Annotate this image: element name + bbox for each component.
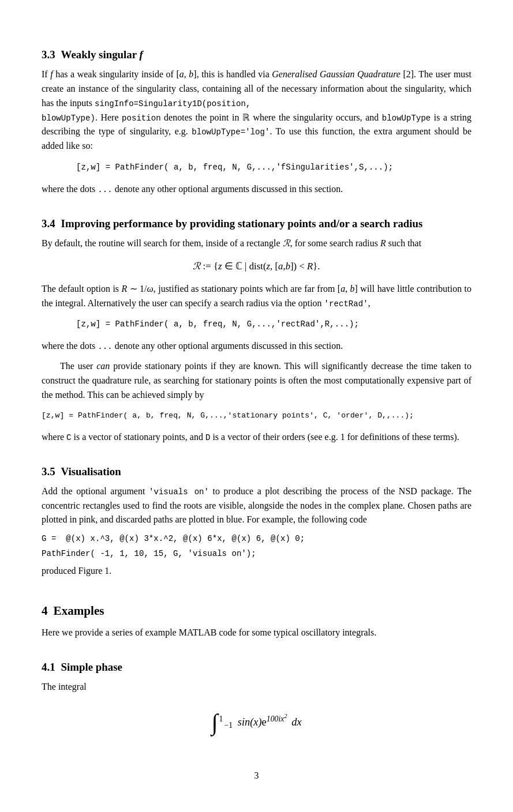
section-number-3-5: 3.5	[42, 465, 55, 478]
section-3-4-title: 3.4Improving performance by providing st…	[42, 215, 471, 232]
section-3-5-para1: Add the optional argument 'visuals on' t…	[42, 484, 471, 527]
section-title-text-4-1: Simple phase	[61, 661, 122, 673]
code-blowuptype-example: blowUpType='log'	[192, 127, 269, 137]
section-4-title: 4Examples	[42, 602, 471, 621]
section-number-3-4: 3.4	[42, 217, 55, 230]
section-title-text-4: Examples	[54, 604, 104, 618]
section-number-4-1: 4.1	[42, 661, 55, 673]
code-blowuptype: blowUpType)	[42, 114, 95, 123]
section-4-para1: Here we provide a series of example MATL…	[42, 626, 471, 640]
section-4-1-title: 4.1Simple phase	[42, 659, 471, 675]
fig-ref-1[interactable]: 1	[104, 566, 109, 576]
section-3-3: 3.3Weakly singular f If f has a weak sin…	[42, 46, 471, 197]
section-title-text-3-5: Visualisation	[61, 465, 121, 478]
section-title-text-3-4: Improving performance by providing stati…	[61, 217, 423, 230]
page-number: 3	[42, 769, 471, 783]
section-3-4-para4: The user can provide stationary points i…	[42, 359, 471, 402]
section-3-3-title: 3.3Weakly singular f	[42, 46, 471, 63]
section-3-4-para1: By default, the routine will search for …	[42, 236, 471, 251]
section-3-4: 3.4Improving performance by providing st…	[42, 215, 471, 445]
code-block-vis2: PathFinder( -1, 1, 10, 15, G, 'visuals o…	[42, 548, 471, 561]
integral-display: ∫1−1 sin(x)e100ix2 dx	[42, 705, 471, 741]
section-3-3-para1: If f has a weak singularity inside of [a…	[42, 67, 471, 153]
section-3-4-para3: where the dots ... denote any other opti…	[42, 339, 471, 354]
section-3-4-para5: where C is a vector of stationary points…	[42, 430, 471, 445]
section-number-3-3: 3.3	[42, 48, 55, 61]
section-4: 4Examples Here we provide a series of ex…	[42, 602, 471, 641]
ref-link-1[interactable]: 1	[340, 432, 345, 442]
section-3-4-para2: The default option is R ∼ 1/ω, justified…	[42, 282, 471, 311]
section-number-4: 4	[42, 604, 48, 618]
section-4-1-para1: The integral	[42, 680, 471, 694]
code-block-rectrrad: [z,w] = PathFinder( a, b, freq, N, G,...…	[76, 318, 471, 331]
section-3-5-para2: produced Figure 1.	[42, 564, 471, 578]
section-3-5: 3.5Visualisation Add the optional argume…	[42, 463, 471, 578]
code-block-fsingularities: [z,w] = PathFinder( a, b, freq, N, G,...…	[76, 161, 471, 174]
section-4-1: 4.1Simple phase The integral ∫1−1 sin(x)…	[42, 659, 471, 741]
code-position: position	[122, 114, 161, 123]
math-display-R: ℛ := {z ∈ ℂ | dist(z, [a,b]) < R}.	[42, 259, 471, 274]
code-block-stationary: [z,w] = PathFinder( a, b, freq, N, G,...…	[42, 410, 471, 422]
code-singinfo: singInfo=Singularity1D(position,	[95, 99, 250, 108]
code-blowuptype2: blowUpType	[382, 114, 430, 123]
section-3-5-title: 3.5Visualisation	[42, 463, 471, 480]
code-block-vis1: G = @(x) x.^3, @(x) 3*x.^2, @(x) 6*x, @(…	[42, 533, 471, 546]
section-3-3-para2: where the dots ... denote any other opti…	[42, 182, 471, 197]
f-variable: f	[139, 48, 143, 61]
section-title-text-3-3: Weakly singular f	[61, 48, 143, 61]
